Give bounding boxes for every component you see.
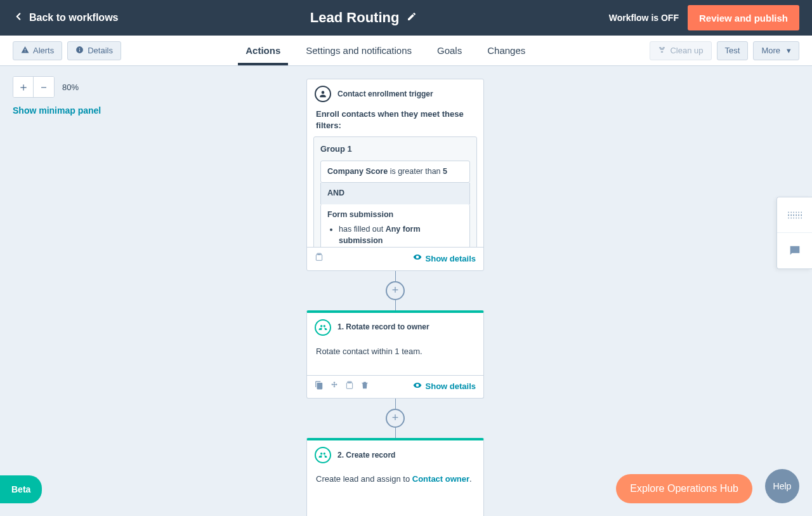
action1-header: 1. Rotate record to owner xyxy=(307,313,483,340)
eye-icon xyxy=(413,381,422,393)
back-label: Back to workflows xyxy=(29,12,118,23)
filter1-field: Company Score xyxy=(327,167,388,176)
test-button[interactable]: Test xyxy=(717,41,749,60)
users-icon xyxy=(315,319,331,336)
users-icon xyxy=(315,447,331,463)
sitemap-icon xyxy=(658,46,666,56)
action-rotate-card[interactable]: 1. Rotate record to owner Rotate contact… xyxy=(306,310,484,399)
line xyxy=(395,300,396,310)
add-action-button-1[interactable]: + xyxy=(386,281,405,300)
alerts-label: Alerts xyxy=(33,46,54,55)
more-label: More xyxy=(761,46,780,55)
zoom-controls: ＋ － 80% xyxy=(13,76,79,98)
line xyxy=(395,399,396,409)
filter2-prefix: has filled out xyxy=(339,225,386,234)
enrollment-trigger-card[interactable]: Contact enrollment trigger Enroll contac… xyxy=(306,79,484,271)
workflow-title: Lead Routing xyxy=(310,10,400,26)
enroll-show-details[interactable]: Show details xyxy=(413,253,476,265)
line xyxy=(395,428,396,438)
filter-company-score[interactable]: Company Score is greater than 5 xyxy=(320,161,470,183)
enroll-footer: Show details xyxy=(307,247,483,270)
details-label: Details xyxy=(88,46,113,55)
dock-keyboard-button[interactable]: ∷∷∷∷∷∷ xyxy=(777,197,812,233)
chat-icon xyxy=(788,244,802,258)
action1-footer: Show details xyxy=(307,375,483,398)
help-button[interactable]: Help xyxy=(765,469,799,503)
chevron-left-icon xyxy=(13,11,24,25)
contact-owner-link[interactable]: Contact owner xyxy=(412,474,469,484)
action2-body: Create lead and assign to Contact owner. xyxy=(307,467,483,503)
subnav-left: Alerts Details xyxy=(13,41,121,60)
explore-ops-hub-button[interactable]: Explore Operations Hub xyxy=(616,474,752,503)
caret-down-icon: ▾ xyxy=(787,46,791,55)
action2-body-suffix: . xyxy=(469,474,472,484)
action2-body-prefix: Create lead and assign to xyxy=(316,474,412,484)
clipboard-icon[interactable] xyxy=(345,381,354,393)
copy-icon[interactable] xyxy=(315,381,324,393)
header-right: Workflow is OFF Review and publish xyxy=(609,5,799,30)
line xyxy=(395,271,396,281)
app-header: Back to workflows Lead Routing Workflow … xyxy=(0,0,812,36)
title-group: Lead Routing xyxy=(310,10,417,26)
subnav-tabs: Actions Settings and notifications Goals… xyxy=(246,36,525,65)
beta-badge[interactable]: Beta xyxy=(0,475,42,503)
move-icon[interactable] xyxy=(330,381,339,393)
enroll-footer-icons xyxy=(315,253,324,265)
action2-title: 2. Create record xyxy=(337,450,395,461)
filter-group: Group 1 Company Score is greater than 5 … xyxy=(313,136,477,247)
filter1-op: is greater than xyxy=(388,167,443,176)
filter1-val: 5 xyxy=(443,167,447,176)
enroll-filters-clip: Group 1 Company Score is greater than 5 … xyxy=(307,136,483,247)
eye-icon xyxy=(413,253,422,265)
zoom-percentage: 80% xyxy=(62,83,79,92)
tab-changes[interactable]: Changes xyxy=(487,36,525,65)
filter-form-submission[interactable]: Form submission has filled out Any form … xyxy=(320,204,470,248)
subnav: Alerts Details Actions Settings and noti… xyxy=(0,36,812,66)
filter2-title: Form submission xyxy=(327,209,463,221)
workflow-status: Workflow is OFF xyxy=(609,13,679,23)
connector-2: + xyxy=(306,399,484,438)
cleanup-button[interactable]: Clean up xyxy=(650,41,711,60)
trash-icon[interactable] xyxy=(360,381,369,393)
and-chip: AND xyxy=(320,183,470,204)
action1-show-details[interactable]: Show details xyxy=(413,381,476,393)
action1-footer-icons xyxy=(315,381,369,393)
clipboard-icon[interactable] xyxy=(315,253,324,265)
warning-icon xyxy=(21,46,29,56)
connector-1: + xyxy=(306,271,484,310)
filter2-line: has filled out Any form submission on An… xyxy=(339,224,463,247)
more-button[interactable]: More ▾ xyxy=(753,41,799,60)
enroll-header: Contact enrollment trigger xyxy=(307,79,483,106)
contact-icon xyxy=(315,86,331,102)
enroll-title: Contact enrollment trigger xyxy=(337,89,433,100)
tab-actions[interactable]: Actions xyxy=(246,36,280,65)
group-label: Group 1 xyxy=(320,143,470,155)
show-minimap-link[interactable]: Show minimap panel xyxy=(13,105,101,116)
action2-header: 2. Create record xyxy=(307,440,483,467)
action1-show-details-label: Show details xyxy=(426,381,476,392)
right-dock: ∷∷∷∷∷∷ xyxy=(776,197,812,269)
alerts-button[interactable]: Alerts xyxy=(13,41,62,60)
back-to-workflows[interactable]: Back to workflows xyxy=(13,11,118,25)
zoom-in-button[interactable]: ＋ xyxy=(13,77,34,97)
canvas[interactable]: ＋ － 80% Show minimap panel Contact enrol… xyxy=(0,66,812,516)
subnav-right: Clean up Test More ▾ xyxy=(650,41,799,60)
dock-chat-button[interactable] xyxy=(777,233,812,268)
zoom-out-button[interactable]: － xyxy=(34,77,54,97)
edit-title-button[interactable] xyxy=(407,11,417,24)
enroll-caption: Enroll contacts when they meet these fil… xyxy=(307,106,483,136)
action1-title: 1. Rotate record to owner xyxy=(337,322,429,333)
tab-goals[interactable]: Goals xyxy=(437,36,462,65)
filter2-list: has filled out Any form submission on An… xyxy=(327,224,463,247)
add-action-button-2[interactable]: + xyxy=(386,409,405,428)
keyboard-icon: ∷∷∷∷∷∷ xyxy=(788,212,802,218)
review-publish-button[interactable]: Review and publish xyxy=(688,5,799,30)
enroll-show-details-label: Show details xyxy=(426,253,476,265)
zoom-button-group: ＋ － xyxy=(13,76,55,98)
tab-settings[interactable]: Settings and notifications xyxy=(306,36,412,65)
details-button[interactable]: Details xyxy=(67,41,121,60)
action-create-record-card[interactable]: 2. Create record Create lead and assign … xyxy=(306,438,484,516)
info-icon xyxy=(75,46,84,56)
cleanup-label: Clean up xyxy=(670,46,703,55)
action1-body: Rotate contact within 1 team. xyxy=(307,340,483,375)
